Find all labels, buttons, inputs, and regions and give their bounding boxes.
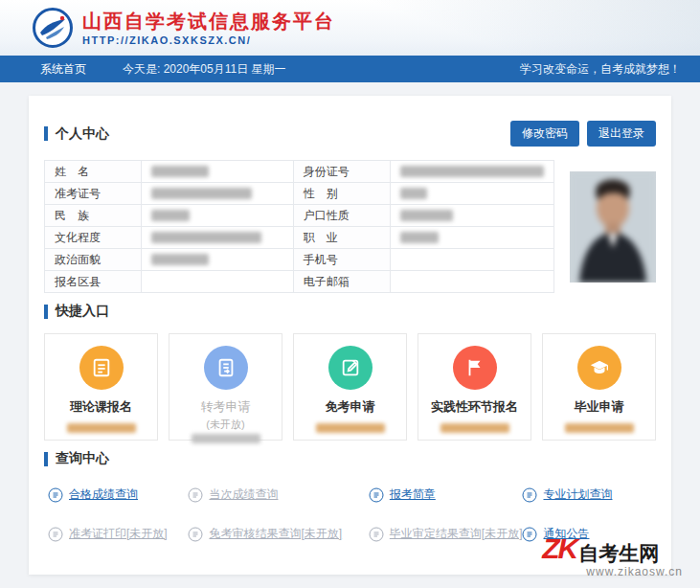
redacted-value bbox=[316, 423, 385, 433]
field-label-occupation: 职 业 bbox=[293, 227, 390, 249]
empty-value-cell bbox=[391, 271, 554, 293]
card-practical-session-registration[interactable]: 实践性环节报名 bbox=[418, 333, 531, 441]
redacted-value bbox=[151, 166, 209, 177]
redacted-value bbox=[151, 188, 252, 199]
link-label: 报考简章 bbox=[390, 486, 436, 503]
card-label: 转考申请 bbox=[169, 398, 282, 416]
quick-section-title: 快捷入口 bbox=[56, 303, 109, 320]
document-icon bbox=[369, 527, 384, 542]
document-icon bbox=[48, 527, 63, 542]
query-section-header: 查询中心 bbox=[44, 450, 656, 467]
nav-home-link[interactable]: 系统首页 bbox=[40, 61, 86, 78]
redacted-value bbox=[151, 254, 209, 265]
link-admission-ticket-print[interactable]: 准考证打印[未开放] bbox=[48, 526, 188, 542]
redacted-value bbox=[400, 166, 544, 177]
field-label-email: 电子邮箱 bbox=[293, 271, 390, 293]
personal-section-header: 个人中心 修改密码 退出登录 bbox=[44, 121, 656, 147]
link-label: 当次成绩查询 bbox=[209, 486, 278, 503]
field-label-gender: 性 别 bbox=[293, 183, 390, 205]
redacted-value bbox=[151, 210, 190, 221]
redacted-value bbox=[400, 188, 427, 199]
graduation-cap-icon bbox=[577, 346, 621, 390]
field-label-name: 姓 名 bbox=[45, 161, 142, 183]
link-exemption-audit-result-query[interactable]: 免考审核结果查询[未开放] bbox=[188, 526, 368, 542]
table-row: 文化程度 职 业 bbox=[45, 227, 554, 249]
query-section-title: 查询中心 bbox=[56, 450, 109, 467]
card-label: 免考申请 bbox=[294, 398, 406, 416]
field-label-political-status: 政治面貌 bbox=[45, 249, 142, 271]
field-label-exam-number: 准考证号 bbox=[45, 183, 142, 205]
document-icon bbox=[188, 487, 203, 503]
table-row: 报名区县 电子邮箱 bbox=[45, 271, 554, 293]
field-label-education: 文化程度 bbox=[45, 227, 142, 249]
watermark-site-url: www.zikaosw.cn bbox=[542, 566, 683, 578]
empty-value-cell bbox=[391, 249, 554, 271]
site-url: HTTP://ZIKAO.SXKSZX.CN/ bbox=[82, 34, 335, 46]
card-exemption-application[interactable]: 免考申请 bbox=[293, 333, 407, 441]
table-row: 民 族 户口性质 bbox=[45, 205, 554, 227]
card-label: 理论课报名 bbox=[45, 398, 157, 416]
main-content-card: 个人中心 修改密码 退出登录 姓 名 身份证号 准考证号 性 别 bbox=[29, 96, 671, 575]
link-label: 准考证打印[未开放] bbox=[69, 526, 168, 542]
card-label: 实践性环节报名 bbox=[418, 398, 531, 416]
logout-button[interactable]: 退出登录 bbox=[587, 121, 656, 147]
redacted-value bbox=[440, 423, 509, 433]
redacted-value bbox=[67, 423, 136, 433]
personal-info-table: 姓 名 身份证号 准考证号 性 别 民 族 户口性质 bbox=[44, 160, 554, 293]
redacted-value bbox=[400, 232, 439, 243]
photo-container bbox=[570, 160, 656, 293]
document-icon bbox=[369, 487, 384, 503]
site-title: 山西自学考试信息服务平台 bbox=[82, 10, 335, 33]
link-label: 毕业审定结果查询[未开放] bbox=[390, 526, 523, 542]
link-label: 专业计划查询 bbox=[543, 486, 612, 503]
field-label-phone: 手机号 bbox=[293, 249, 390, 271]
site-header: 山西自学考试信息服务平台 HTTP://ZIKAO.SXKSZX.CN/ bbox=[0, 0, 700, 56]
card-sub-label: (未开放) bbox=[169, 418, 282, 432]
transfer-doc-icon bbox=[204, 346, 248, 390]
table-row: 政治面貌 手机号 bbox=[45, 249, 554, 271]
form-icon bbox=[79, 346, 124, 390]
field-label-ethnicity: 民 族 bbox=[45, 205, 142, 227]
section-bar bbox=[44, 305, 48, 319]
link-label: 免考审核结果查询[未开放] bbox=[209, 526, 342, 542]
section-bar bbox=[44, 452, 48, 466]
document-icon bbox=[188, 527, 203, 542]
table-row: 准考证号 性 别 bbox=[45, 183, 554, 205]
edit-check-icon bbox=[328, 346, 373, 390]
link-current-score-query[interactable]: 当次成绩查询 bbox=[188, 486, 368, 503]
nav-slogan-text: 学习改变命运，自考成就梦想！ bbox=[520, 61, 681, 78]
site-logo-icon bbox=[33, 8, 73, 48]
link-graduation-review-result-query[interactable]: 毕业审定结果查询[未开放] bbox=[369, 526, 523, 542]
document-icon bbox=[522, 487, 537, 503]
personal-info-area: 姓 名 身份证号 准考证号 性 别 民 族 户口性质 bbox=[44, 160, 656, 293]
redacted-value bbox=[565, 423, 634, 433]
link-label: 合格成绩查询 bbox=[69, 486, 138, 503]
field-label-id-number: 身份证号 bbox=[293, 161, 390, 183]
profile-photo bbox=[570, 171, 656, 283]
quick-section-header: 快捷入口 bbox=[44, 303, 656, 320]
redacted-value bbox=[151, 232, 261, 243]
table-row: 姓 名 身份证号 bbox=[45, 161, 554, 183]
link-major-plan-query[interactable]: 专业计划查询 bbox=[522, 486, 656, 503]
link-qualified-score-query[interactable]: 合格成绩查询 bbox=[48, 486, 188, 503]
watermark-logo: ZK bbox=[542, 532, 576, 564]
site-watermark: ZK 自考生网 www.zikaosw.cn bbox=[542, 532, 683, 578]
card-graduation-application[interactable]: 毕业申请 bbox=[542, 333, 656, 441]
card-theory-course-registration[interactable]: 理论课报名 bbox=[44, 333, 158, 441]
field-label-district: 报名区县 bbox=[45, 271, 142, 293]
link-exam-guide[interactable]: 报考简章 bbox=[369, 486, 523, 503]
main-navbar: 系统首页 今天是: 2020年05月11日 星期一 学习改变命运，自考成就梦想！ bbox=[0, 56, 700, 82]
change-password-button[interactable]: 修改密码 bbox=[510, 121, 579, 147]
redacted-value bbox=[192, 434, 260, 443]
quick-entry-cards: 理论课报名 转考申请 (未开放) 免考申请 bbox=[44, 333, 656, 441]
card-label: 毕业申请 bbox=[543, 398, 655, 416]
nav-date-text: 今天是: 2020年05月11日 星期一 bbox=[123, 61, 286, 78]
document-icon bbox=[48, 487, 63, 503]
empty-value-cell bbox=[142, 271, 294, 293]
field-label-household-type: 户口性质 bbox=[293, 205, 390, 227]
card-transfer-application[interactable]: 转考申请 (未开放) bbox=[169, 333, 282, 441]
redacted-value bbox=[400, 210, 453, 221]
personal-section-title: 个人中心 bbox=[56, 125, 109, 143]
document-icon bbox=[522, 527, 537, 542]
watermark-site-name: 自考生网 bbox=[578, 542, 659, 564]
